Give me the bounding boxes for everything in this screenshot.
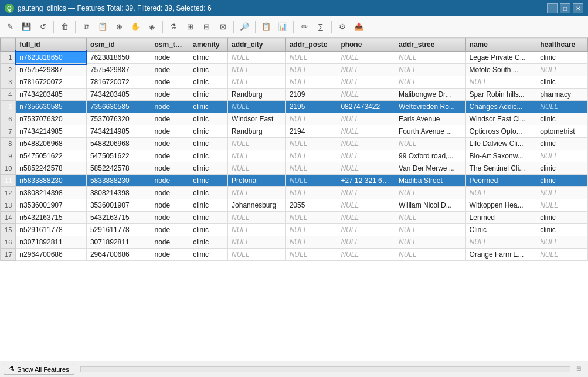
header-addr-postc[interactable]: addr_postc bbox=[285, 38, 337, 52]
cell-full-id[interactable]: n5488206968 bbox=[16, 138, 87, 150]
cell-healthcare[interactable]: clinic bbox=[536, 76, 588, 89]
table-row[interactable]: 4n74342034857434203485nodeclinicRandburg… bbox=[1, 89, 588, 101]
cell-addr-city[interactable]: NULL bbox=[228, 64, 286, 76]
cell-healthcare[interactable]: clinic bbox=[536, 175, 588, 187]
cell-name[interactable]: NULL bbox=[465, 76, 536, 89]
header-full-id[interactable]: full_id bbox=[16, 38, 87, 52]
cell-name[interactable]: NULL bbox=[465, 187, 536, 199]
cell-osm-id[interactable]: 5475051622 bbox=[86, 150, 151, 162]
cell-full-id[interactable]: n7816720072 bbox=[16, 76, 87, 89]
cell-osm-type[interactable]: node bbox=[151, 64, 189, 76]
cell-full-id[interactable]: n3071892811 bbox=[16, 236, 87, 249]
cell-phone[interactable]: NULL bbox=[337, 187, 395, 199]
cell-osm-id[interactable]: 3808214398 bbox=[86, 187, 151, 199]
cell-healthcare[interactable]: clinic bbox=[536, 113, 588, 125]
cell-addr-postc[interactable]: NULL bbox=[285, 212, 337, 224]
cell-name[interactable]: Changes Addic... bbox=[465, 101, 536, 113]
table-row[interactable]: 3n78167200727816720072nodeclinicNULLNULL… bbox=[1, 76, 588, 89]
cell-osm-type[interactable]: node bbox=[151, 249, 189, 261]
cell-amenity[interactable]: clinic bbox=[189, 101, 228, 113]
cell-healthcare[interactable]: clinic bbox=[536, 52, 588, 64]
resize-handle[interactable]: ⊞ bbox=[576, 365, 584, 373]
cell-amenity[interactable]: clinic bbox=[189, 236, 228, 249]
cell-addr-postc[interactable]: 2055 bbox=[285, 199, 337, 212]
cell-osm-id[interactable]: 2964700686 bbox=[86, 249, 151, 261]
cell-healthcare[interactable]: pharmacy bbox=[536, 89, 588, 101]
minimize-button[interactable]: — bbox=[547, 3, 558, 13]
cell-osm-id[interactable]: 5432163715 bbox=[86, 212, 151, 224]
cell-addr-city[interactable]: NULL bbox=[228, 236, 286, 249]
table-row[interactable]: 16n30718928113071892811nodeclinicNULLNUL… bbox=[1, 236, 588, 249]
table-row[interactable]: 17n29647006862964700686nodeclinicNULLNUL… bbox=[1, 249, 588, 261]
cell-healthcare[interactable]: NULL bbox=[536, 236, 588, 249]
cell-healthcare[interactable]: clinic bbox=[536, 212, 588, 224]
cell-full-id[interactable]: n5475051622 bbox=[16, 150, 87, 162]
cell-amenity[interactable]: clinic bbox=[189, 199, 228, 212]
cell-name[interactable]: NULL bbox=[465, 236, 536, 249]
search-button[interactable]: 🔎 bbox=[237, 19, 252, 35]
cell-full-id[interactable]: n5852242578 bbox=[16, 162, 87, 175]
conditional-format-button[interactable]: ∑ bbox=[313, 19, 328, 35]
expression-field-button[interactable]: ✏ bbox=[297, 19, 312, 35]
cell-addr-city[interactable]: Pretoria bbox=[228, 175, 286, 187]
actions-button[interactable]: 📤 bbox=[351, 19, 366, 35]
cell-addr-city[interactable]: Randburg bbox=[228, 89, 286, 101]
table-row[interactable]: 10n58522425785852242578nodeclinicNULLNUL… bbox=[1, 162, 588, 175]
cell-phone[interactable]: NULL bbox=[337, 125, 395, 138]
cell-amenity[interactable]: clinic bbox=[189, 52, 228, 64]
cell-name[interactable]: Bio-Art Saxonw... bbox=[465, 150, 536, 162]
cell-addr-postc[interactable]: NULL bbox=[285, 224, 337, 236]
cell-phone[interactable]: NULL bbox=[337, 150, 395, 162]
cell-osm-id[interactable]: 5488206968 bbox=[86, 138, 151, 150]
cell-healthcare[interactable]: clinic bbox=[536, 224, 588, 236]
cell-name[interactable]: Opticross Opto... bbox=[465, 125, 536, 138]
header-addr-city[interactable]: addr_city bbox=[228, 38, 286, 52]
cell-addr-postc[interactable]: NULL bbox=[285, 138, 337, 150]
cell-osm-id[interactable]: 7816720072 bbox=[86, 76, 151, 89]
toggle-edit-button[interactable]: ✎ bbox=[2, 19, 18, 35]
header-osm-type[interactable]: osm_type bbox=[151, 38, 189, 52]
cell-healthcare[interactable]: NULL bbox=[536, 187, 588, 199]
table-row[interactable]: 15n52916117785291611778nodeclinicNULLNUL… bbox=[1, 224, 588, 236]
show-all-features-button[interactable]: ⚗ Show All Features bbox=[4, 364, 74, 375]
cell-full-id[interactable]: n7434203485 bbox=[16, 89, 87, 101]
cell-addr-postc[interactable]: NULL bbox=[285, 113, 337, 125]
cell-addr-stree[interactable]: NULL bbox=[395, 64, 466, 76]
cell-full-id[interactable]: n7434214985 bbox=[16, 125, 87, 138]
cell-healthcare[interactable]: clinic bbox=[536, 138, 588, 150]
cell-addr-postc[interactable]: NULL bbox=[285, 52, 337, 64]
cell-amenity[interactable]: clinic bbox=[189, 76, 228, 89]
table-row[interactable]: 7n74342149857434214985nodeclinicRandburg… bbox=[1, 125, 588, 138]
table-row[interactable]: 1n76238186507623818650nodeclinicNULLNULL… bbox=[1, 52, 588, 64]
cell-addr-city[interactable]: NULL bbox=[228, 52, 286, 64]
cell-addr-city[interactable]: NULL bbox=[228, 138, 286, 150]
cell-osm-type[interactable]: node bbox=[151, 224, 189, 236]
cell-addr-stree[interactable]: Earls Avenue bbox=[395, 113, 466, 125]
cell-osm-type[interactable]: node bbox=[151, 113, 189, 125]
cell-osm-id[interactable]: 7623818650 bbox=[86, 52, 151, 64]
cell-healthcare[interactable]: NULL bbox=[536, 64, 588, 76]
table-row[interactable]: 9n54750516225475051622nodeclinicNULLNULL… bbox=[1, 150, 588, 162]
table-row[interactable]: 8n54882069685488206968nodeclinicNULLNULL… bbox=[1, 138, 588, 150]
cell-amenity[interactable]: clinic bbox=[189, 162, 228, 175]
cell-healthcare[interactable]: optometrist bbox=[536, 125, 588, 138]
header-amenity[interactable]: amenity bbox=[189, 38, 228, 52]
cell-osm-id[interactable]: 7434203485 bbox=[86, 89, 151, 101]
cell-amenity[interactable]: clinic bbox=[189, 212, 228, 224]
cell-addr-postc[interactable]: NULL bbox=[285, 175, 337, 187]
cell-full-id[interactable]: n7623818650 bbox=[16, 52, 87, 64]
cell-phone[interactable]: NULL bbox=[337, 89, 395, 101]
cell-amenity[interactable]: clinic bbox=[189, 175, 228, 187]
cell-addr-postc[interactable]: NULL bbox=[285, 236, 337, 249]
cell-addr-stree[interactable]: NULL bbox=[395, 212, 466, 224]
cell-amenity[interactable]: clinic bbox=[189, 89, 228, 101]
cell-osm-id[interactable]: 7356630585 bbox=[86, 101, 151, 113]
cell-addr-postc[interactable]: 2194 bbox=[285, 125, 337, 138]
zoom-map-button[interactable]: ⊕ bbox=[111, 19, 127, 35]
cell-name[interactable]: Witkoppen Hea... bbox=[465, 199, 536, 212]
table-row[interactable]: 11n58338882305833888230nodeclinicPretori… bbox=[1, 175, 588, 187]
cell-addr-city[interactable]: NULL bbox=[228, 212, 286, 224]
cell-addr-city[interactable]: NULL bbox=[228, 162, 286, 175]
cell-addr-stree[interactable]: Madiba Street bbox=[395, 175, 466, 187]
header-phone[interactable]: phone bbox=[337, 38, 395, 52]
